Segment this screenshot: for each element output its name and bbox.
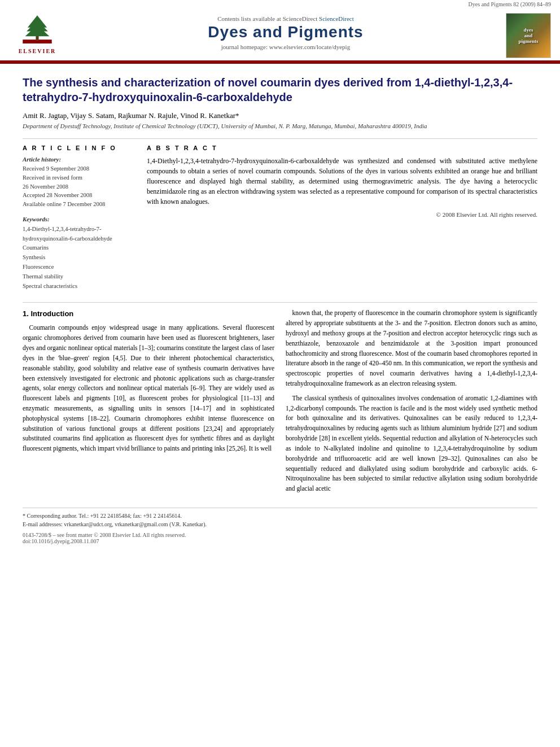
history-item-1: Received in revised form xyxy=(23,173,135,182)
abstract-label: A B S T R A C T xyxy=(147,145,537,151)
journal-homepage: journal homepage: www.elsevier.com/locat… xyxy=(77,43,495,50)
journal-top-bar: ELSEVIER Contents lists available at Sci… xyxy=(0,8,560,58)
keyword-0: 1,4-Diethyl-1,2,3,4-tetrahydro-7-hydroxy… xyxy=(23,225,135,244)
body-col-right: known that, the property of fluorescence… xyxy=(286,308,537,499)
corresponding-author-note: * Corresponding author. Tel.: +91 22 241… xyxy=(23,512,537,520)
page: Dyes and Pigments 82 (2009) 84–89 ELSEVI… xyxy=(0,0,560,747)
copyright-line: © 2008 Elsevier Ltd. All rights reserved… xyxy=(147,211,537,218)
sciencedirect-link[interactable]: ScienceDirect xyxy=(319,15,354,22)
keyword-4: Thermal stability xyxy=(23,272,135,282)
keywords-label: Keywords: xyxy=(23,216,135,222)
email-line: E-mail addresses: vrkanetkar@udct.org, v… xyxy=(23,520,537,528)
elsevier-logo: ELSEVIER xyxy=(9,13,65,54)
journal-ref: Dyes and Pigments 82 (2009) 84–89 xyxy=(0,0,560,8)
article-info-column: A R T I C L E I N F O Article history: R… xyxy=(23,145,135,291)
keywords-section: Keywords: 1,4-Diethyl-1,2,3,4-tetrahydro… xyxy=(23,216,135,291)
abstract-text: 1,4-Diethyl-1,2,3,4-tetrahydro-7-hydroxy… xyxy=(147,156,537,207)
email-label: E-mail addresses: xyxy=(23,521,63,527)
article-info-label: A R T I C L E I N F O xyxy=(23,145,135,151)
journal-header: Dyes and Pigments 82 (2009) 84–89 ELSEVI… xyxy=(0,0,560,62)
keyword-3: Fluorescence xyxy=(23,263,135,272)
sciencedirect-line: Contents lists available at ScienceDirec… xyxy=(77,15,495,22)
divider xyxy=(23,138,537,139)
elsevier-label: ELSEVIER xyxy=(19,48,56,54)
issn-line: 0143-7208/$ – see front matter © 2008 El… xyxy=(23,532,537,538)
intro-col2-p0: known that, the property of fluorescence… xyxy=(286,308,537,389)
history-item-2: 26 November 2008 xyxy=(23,182,135,191)
authors: Amit R. Jagtap, Vijay S. Satam, Rajkumar… xyxy=(23,111,537,120)
cover-label: dyesandpigments xyxy=(516,25,540,46)
article-history: Article history: Received 9 September 20… xyxy=(23,156,135,209)
email-values: vrkanetkar@udct.org, vrkanetkar@gmail.co… xyxy=(64,521,207,527)
keyword-1: Coumarins xyxy=(23,243,135,253)
intro-col1-p0: Coumarin compounds enjoy widespread usag… xyxy=(23,323,274,454)
history-item-0: Received 9 September 2008 xyxy=(23,164,135,173)
history-label: Article history: xyxy=(23,156,135,163)
body-col-left: 1. Introduction Coumarin compounds enjoy… xyxy=(23,308,274,499)
journal-ref-text: Dyes and Pigments 82 (2009) 84–89 xyxy=(469,1,551,7)
keyword-2: Synthesis xyxy=(23,253,135,263)
journal-center: Contents lists available at ScienceDirec… xyxy=(65,13,506,53)
main-content: The synthesis and characterization of no… xyxy=(0,64,560,556)
doi-line: doi:10.1016/j.dyepig.2008.11.007 xyxy=(23,538,537,544)
divider-2 xyxy=(23,302,537,303)
intro-heading: 1. Introduction xyxy=(23,308,274,320)
intro-col2-p1: The classical synthesis of quinoxalines … xyxy=(286,394,537,494)
footnote-area: * Corresponding author. Tel.: +91 22 241… xyxy=(23,508,537,528)
sciencedirect-text: Contents lists available at ScienceDirec… xyxy=(217,15,317,22)
abstract-column: A B S T R A C T 1,4-Diethyl-1,2,3,4-tetr… xyxy=(147,145,537,291)
history-item-3: Accepted 28 November 2008 xyxy=(23,191,135,200)
body-columns: 1. Introduction Coumarin compounds enjoy… xyxy=(23,308,537,499)
elsevier-tree-icon xyxy=(15,13,60,47)
journal-footer: 0143-7208/$ – see front matter © 2008 El… xyxy=(23,532,537,544)
affiliation: Department of Dyestuff Technology, Insti… xyxy=(23,123,537,129)
article-info-abstract: A R T I C L E I N F O Article history: R… xyxy=(23,145,537,291)
paper-title: The synthesis and characterization of no… xyxy=(23,75,537,104)
journal-main-title: Dyes and Pigments xyxy=(77,23,495,41)
keyword-5: Spectral characteristics xyxy=(23,282,135,291)
history-item-4: Available online 7 December 2008 xyxy=(23,200,135,209)
journal-cover-image: dyesandpigments xyxy=(506,13,551,58)
